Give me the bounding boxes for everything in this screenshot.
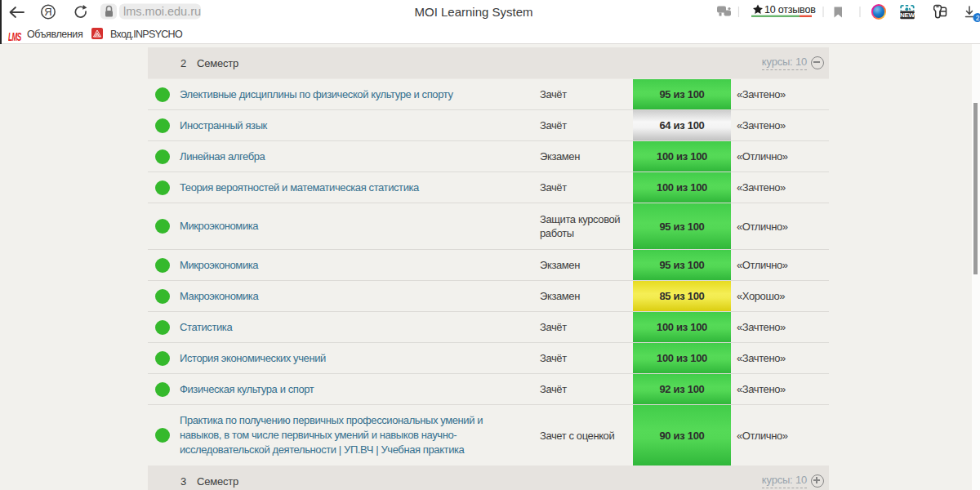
svg-text:Я: Я: [44, 6, 51, 18]
svg-text:MOI Learning System: MOI Learning System: [414, 5, 532, 19]
svg-text:2: 2: [976, 14, 980, 22]
svg-text:lms.moi.edu.ru: lms.moi.edu.ru: [123, 5, 201, 18]
svg-text:10 отзывов: 10 отзывов: [764, 4, 816, 16]
svg-text:NEW: NEW: [900, 11, 915, 19]
